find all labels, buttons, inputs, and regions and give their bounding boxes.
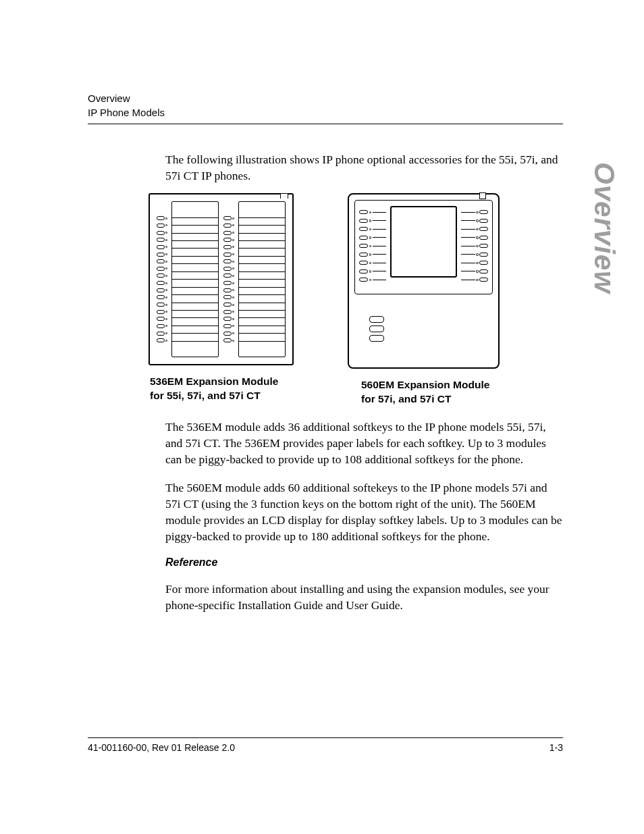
caption-line: 536EM Expansion Module [150,375,294,389]
label-row [239,341,285,348]
label-row [172,279,218,286]
figure-536em-module [149,193,294,365]
softkey-icon [461,259,488,266]
softkey-icon [359,242,386,249]
figures-row: 536EM Expansion Module for 55i, 57i, and… [149,193,563,407]
header-rule [88,124,563,124]
figure-560em-module [348,193,500,369]
caption-line: for 55i, 57i, and 57i CT [150,389,294,403]
softkey-icon [223,309,238,315]
softkey-icon [359,276,386,283]
softkey-icon [157,215,171,221]
figure-536em-column: 536EM Expansion Module for 55i, 57i, and… [149,193,294,403]
softkey-icon [359,217,386,224]
label-row [172,210,218,217]
label-row [239,225,285,232]
clip-icon [479,192,486,199]
header-line-2: IP Phone Models [88,105,563,120]
label-row [172,217,218,225]
softkey-icon [157,294,171,301]
label-row [239,333,285,340]
fig560-keycol-right [461,209,488,283]
label-row [239,256,285,263]
paragraph-560: The 560EM module adds 60 additional soft… [165,479,563,545]
fig536-labelcol [238,201,286,357]
label-row [172,263,218,271]
softkey-icon [359,251,386,258]
softkey-icon [223,323,238,330]
fig560-lcd [390,206,457,278]
fig536-keycol [223,201,238,357]
label-row [239,287,285,294]
caption-line: for 57i, and 57i CT [361,392,500,407]
label-row [239,310,285,317]
label-row [172,341,218,348]
side-tab-overview: Overview [588,162,620,294]
softkey-icon [157,244,171,251]
label-row [239,263,285,271]
softkey-icon [157,323,171,330]
softkey-icon [223,272,238,279]
label-row [172,248,218,255]
softkey-icon [359,209,386,215]
softkey-icon [223,230,238,236]
softkey-icon [461,209,488,215]
label-row [172,256,218,263]
reference-paragraph: For more information about installing an… [165,581,563,613]
label-row [239,279,285,286]
softkey-icon [157,251,171,257]
softkey-icon [157,222,171,229]
fig560-function-keys [369,316,384,342]
label-row [172,303,218,310]
softkey-icon [157,309,171,315]
softkey-icon [461,251,488,258]
softkey-icon [461,276,488,283]
paragraph-536: The 536EM module adds 36 additional soft… [165,419,563,467]
reference-heading: Reference [165,556,563,569]
softkey-icon [461,217,488,224]
softkey-icon [223,236,238,243]
clip-icon [280,193,288,199]
label-row [172,225,218,232]
softkey-icon [157,236,171,243]
intro-paragraph: The following illustration shows IP phon… [165,151,563,184]
softkey-icon [223,330,238,337]
softkey-icon [359,259,386,266]
label-row [172,271,218,279]
softkey-icon [157,280,171,286]
softkey-icon [157,230,171,236]
softkey-icon [223,280,238,286]
softkey-icon [157,337,171,344]
softkey-icon [157,301,171,308]
label-row [172,233,218,240]
softkey-icon [223,315,238,322]
label-row [239,217,285,225]
softkey-icon [223,244,238,251]
caption-line: 560EM Expansion Module [361,378,500,392]
page-footer: 41-001160-00, Rev 01 Release 2.0 1-3 [88,737,563,753]
softkey-icon [223,287,238,294]
softkey-icon [223,251,238,257]
fig536-labelcol [171,201,219,357]
running-header: Overview IP Phone Models [88,91,563,120]
function-key-icon [369,335,384,342]
label-row [239,248,285,255]
softkey-icon [461,226,488,232]
fig536-right-group [223,201,286,357]
fig536-left-group [157,201,219,357]
softkey-icon [359,226,386,232]
softkey-icon [461,268,488,275]
document-page: Overview IP Phone Models Overview The fo… [0,0,644,834]
label-row [239,325,285,333]
softkey-icon [223,301,238,308]
footer-doc-id: 41-001160-00, Rev 01 Release 2.0 [88,742,235,753]
softkey-icon [157,265,171,272]
body-content: The following illustration shows IP phon… [165,151,563,613]
softkey-icon [223,337,238,344]
softkey-icon [461,242,488,249]
label-row [172,310,218,317]
header-line-1: Overview [88,91,563,105]
softkey-icon [223,258,238,265]
label-row [172,287,218,294]
softkey-icon [359,234,386,241]
